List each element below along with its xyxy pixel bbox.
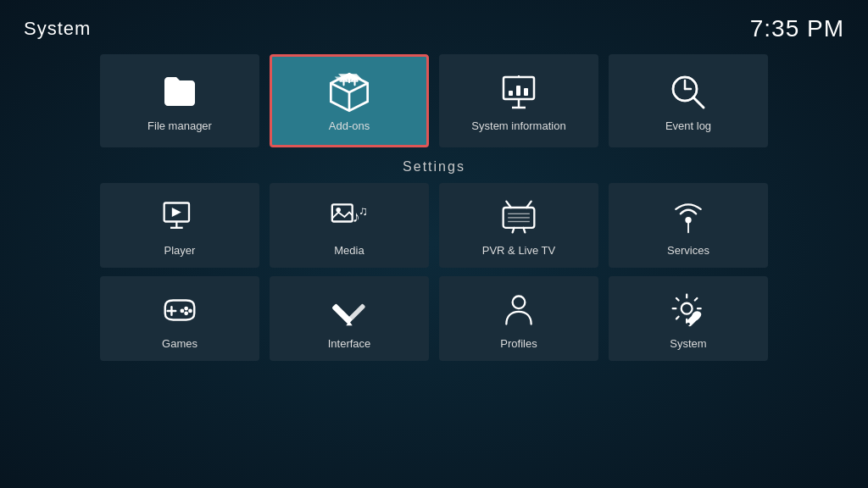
presentation-icon (497, 70, 541, 114)
tile-file-manager-label: File manager (147, 119, 212, 132)
svg-point-32 (184, 306, 188, 310)
tile-interface[interactable]: Interface (270, 276, 429, 361)
svg-line-10 (693, 97, 704, 108)
tile-media[interactable]: ♪ ♫ Media (270, 183, 429, 268)
svg-marker-15 (172, 208, 181, 217)
tile-games[interactable]: Games (100, 276, 259, 361)
svg-point-39 (513, 296, 526, 308)
gamepad-icon (158, 288, 202, 332)
tile-add-ons-label: Add-ons (329, 119, 370, 132)
svg-point-33 (188, 308, 192, 313)
clock-search-icon (666, 70, 710, 114)
person-icon (497, 288, 541, 332)
svg-text:♫: ♫ (359, 204, 368, 218)
tile-pvr-live-tv[interactable]: PVR & Live TV (439, 183, 598, 268)
tile-system-label: System (670, 337, 706, 350)
interface-icon (327, 288, 371, 332)
settings-row-2: Games Interface (68, 276, 800, 361)
settings-label: Settings (0, 159, 868, 175)
tile-system-information[interactable]: System information (439, 54, 598, 147)
svg-point-28 (685, 217, 691, 223)
tile-player-label: Player (164, 244, 196, 257)
tile-media-label: Media (334, 244, 364, 257)
play-icon (158, 195, 202, 239)
tile-pvr-live-tv-label: PVR & Live TV (482, 244, 555, 257)
svg-point-35 (180, 308, 184, 313)
tile-profiles-label: Profiles (500, 337, 537, 350)
folder-icon (158, 70, 202, 114)
tile-event-log-label: Event log (665, 119, 711, 132)
tile-services[interactable]: Services (609, 183, 768, 268)
svg-point-41 (687, 322, 690, 325)
tile-games-label: Games (162, 337, 198, 350)
svg-rect-38 (348, 303, 366, 321)
gear-wrench-icon (666, 288, 710, 332)
svg-point-34 (184, 311, 188, 315)
tv-icon (497, 195, 541, 239)
clock: 7:35 PM (750, 15, 844, 42)
settings-grid: Player ♪ ♫ Media (0, 183, 868, 361)
media-icon: ♪ ♫ (327, 195, 371, 239)
tile-system-information-label: System information (471, 119, 565, 132)
settings-row-1: Player ♪ ♫ Media (68, 183, 800, 268)
header: System 7:35 PM (0, 0, 868, 51)
settings-section: Settings Player (0, 159, 868, 361)
tile-system[interactable]: System (609, 276, 768, 361)
page-title: System (24, 18, 91, 40)
svg-rect-3 (509, 91, 513, 96)
tile-interface-label: Interface (328, 337, 371, 350)
box-icon (327, 70, 371, 114)
broadcast-icon (666, 195, 710, 239)
tile-player[interactable]: Player (100, 183, 259, 268)
tile-services-label: Services (667, 244, 709, 257)
tile-file-manager[interactable]: File manager (100, 54, 259, 147)
top-tiles-row: File manager Add-ons (0, 54, 868, 147)
tile-add-ons[interactable]: Add-ons (270, 54, 429, 147)
svg-rect-5 (524, 88, 528, 96)
tile-event-log[interactable]: Event log (609, 54, 768, 147)
svg-point-40 (682, 302, 693, 313)
svg-rect-4 (516, 86, 520, 96)
tile-profiles[interactable]: Profiles (439, 276, 598, 361)
